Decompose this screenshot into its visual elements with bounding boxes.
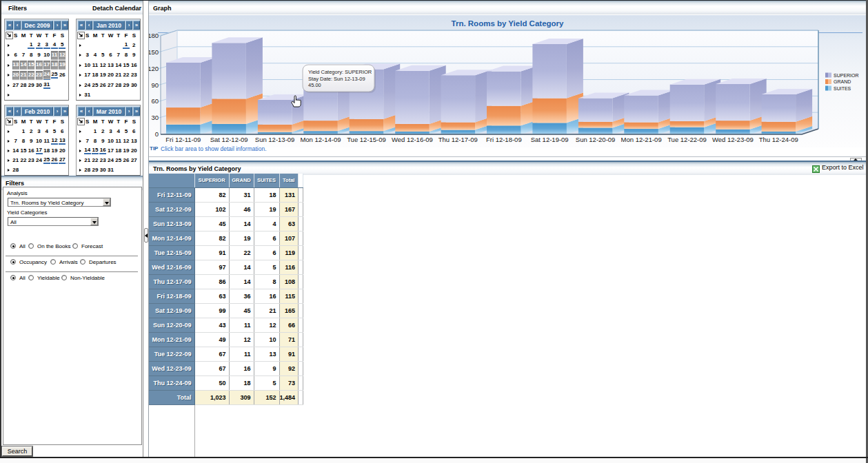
svg-text:90: 90	[151, 81, 159, 89]
svg-text:120: 120	[149, 65, 159, 72]
svg-text:Tue 12-15-09: Tue 12-15-09	[347, 136, 386, 143]
svg-text:Mon 12-14-09: Mon 12-14-09	[300, 136, 341, 143]
svg-text:45.00: 45.00	[308, 82, 321, 88]
svg-text:Mon 12-21-09: Mon 12-21-09	[621, 136, 662, 143]
svg-text:GRAND: GRAND	[834, 79, 851, 84]
svg-text:SUITES: SUITES	[834, 86, 851, 91]
svg-text:180: 180	[149, 32, 159, 39]
svg-text:Trn. Rooms by Yield Category: Trn. Rooms by Yield Category	[452, 19, 565, 28]
svg-text:Tue 12-22-09: Tue 12-22-09	[667, 136, 707, 143]
svg-text:Yield Category: SUPERIOR: Yield Category: SUPERIOR	[308, 69, 372, 75]
svg-text:Fri 12-18-09: Fri 12-18-09	[486, 136, 522, 143]
svg-text:Sat 12-19-09: Sat 12-19-09	[531, 136, 569, 143]
svg-text:Thu 12-17-09: Thu 12-17-09	[438, 136, 478, 143]
svg-text:Sun 12-20-09: Sun 12-20-09	[576, 136, 616, 143]
svg-text:Wed 12-23-09: Wed 12-23-09	[712, 136, 754, 143]
svg-text:60: 60	[151, 97, 159, 105]
svg-text:0: 0	[155, 130, 159, 138]
svg-text:150: 150	[149, 48, 159, 56]
svg-text:Sat 12-12-09: Sat 12-12-09	[210, 136, 248, 143]
svg-text:Wed 12-16-09: Wed 12-16-09	[392, 136, 433, 143]
svg-text:Sun 12-13-09: Sun 12-13-09	[255, 136, 295, 143]
svg-text:SUPERIOR: SUPERIOR	[834, 73, 859, 78]
svg-text:Fri 12-11-09: Fri 12-11-09	[165, 136, 201, 143]
svg-text:Stay Date: Sun 12-13-09: Stay Date: Sun 12-13-09	[308, 76, 365, 82]
svg-text:Thu 12-24-09: Thu 12-24-09	[759, 136, 798, 143]
svg-text:30: 30	[151, 114, 159, 121]
